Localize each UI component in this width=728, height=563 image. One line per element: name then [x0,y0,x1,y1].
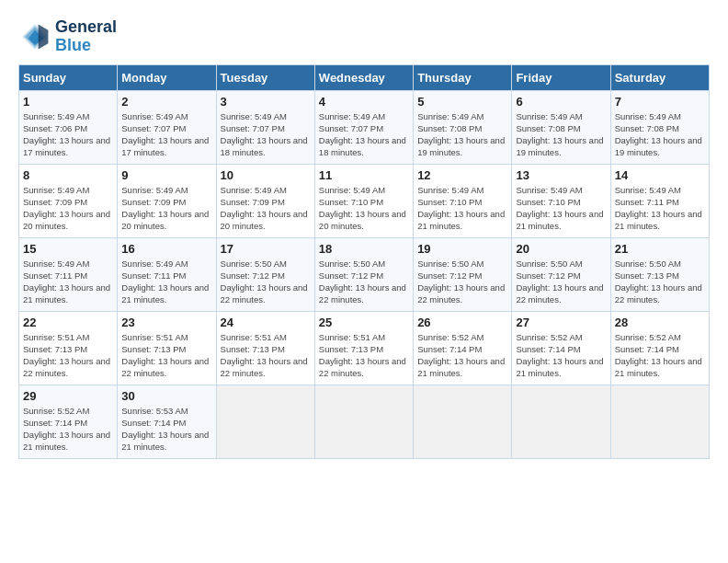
table-cell: 7 Sunrise: 5:49 AM Sunset: 7:08 PM Dayli… [610,90,709,164]
day-number: 7 [615,95,705,109]
day-number: 21 [615,242,705,256]
table-cell: 8 Sunrise: 5:49 AM Sunset: 7:09 PM Dayli… [19,164,118,237]
table-cell [314,385,413,458]
day-number: 26 [417,316,507,329]
table-cell: 12 Sunrise: 5:49 AM Sunset: 7:10 PM Dayl… [414,164,512,237]
calendar-row: 1 Sunrise: 5:49 AM Sunset: 7:06 PM Dayli… [19,90,710,164]
table-cell: 11 Sunrise: 5:49 AM Sunset: 7:10 PM Dayl… [314,164,413,237]
day-info: Sunrise: 5:49 AM Sunset: 7:08 PM Dayligh… [516,110,606,159]
table-cell: 4 Sunrise: 5:49 AM Sunset: 7:07 PM Dayli… [314,90,413,164]
table-cell: 10 Sunrise: 5:49 AM Sunset: 7:09 PM Dayl… [216,164,314,237]
table-cell: 15 Sunrise: 5:49 AM Sunset: 7:11 PM Dayl… [19,237,118,311]
table-cell: 5 Sunrise: 5:49 AM Sunset: 7:08 PM Dayli… [414,90,512,164]
day-number: 22 [23,316,113,329]
day-number: 3 [221,95,311,109]
table-cell: 24 Sunrise: 5:51 AM Sunset: 7:13 PM Dayl… [216,311,314,385]
day-number: 18 [319,242,409,256]
table-cell: 22 Sunrise: 5:51 AM Sunset: 7:13 PM Dayl… [19,311,118,385]
header-tuesday: Tuesday [216,64,314,90]
day-info: Sunrise: 5:50 AM Sunset: 7:12 PM Dayligh… [319,258,409,306]
table-cell: 20 Sunrise: 5:50 AM Sunset: 7:12 PM Dayl… [512,237,610,311]
day-number: 29 [23,389,113,403]
day-info: Sunrise: 5:49 AM Sunset: 7:08 PM Dayligh… [615,110,705,159]
calendar-row: 8 Sunrise: 5:49 AM Sunset: 7:09 PM Dayli… [19,164,710,237]
day-number: 13 [516,168,606,182]
day-info: Sunrise: 5:49 AM Sunset: 7:09 PM Dayligh… [121,184,211,233]
day-info: Sunrise: 5:49 AM Sunset: 7:07 PM Dayligh… [319,110,409,159]
day-info: Sunrise: 5:52 AM Sunset: 7:14 PM Dayligh… [417,331,507,380]
day-number: 15 [23,242,113,256]
day-info: Sunrise: 5:53 AM Sunset: 7:14 PM Dayligh… [121,405,211,454]
table-cell: 2 Sunrise: 5:49 AM Sunset: 7:07 PM Dayli… [118,90,216,164]
table-cell: 6 Sunrise: 5:49 AM Sunset: 7:08 PM Dayli… [512,90,610,164]
table-cell [512,385,610,458]
day-info: Sunrise: 5:51 AM Sunset: 7:13 PM Dayligh… [319,331,409,380]
table-cell: 14 Sunrise: 5:49 AM Sunset: 7:11 PM Dayl… [610,164,709,237]
table-cell: 27 Sunrise: 5:52 AM Sunset: 7:14 PM Dayl… [512,311,610,385]
table-cell: 28 Sunrise: 5:52 AM Sunset: 7:14 PM Dayl… [610,311,709,385]
day-number: 28 [615,316,705,329]
day-info: Sunrise: 5:51 AM Sunset: 7:13 PM Dayligh… [221,331,311,380]
calendar-row: 15 Sunrise: 5:49 AM Sunset: 7:11 PM Dayl… [19,237,710,311]
day-info: Sunrise: 5:49 AM Sunset: 7:08 PM Dayligh… [417,110,507,159]
day-number: 17 [221,242,311,256]
header-sunday: Sunday [19,64,118,90]
day-number: 30 [121,389,211,403]
day-number: 12 [417,168,507,182]
table-cell [610,385,709,458]
table-cell: 9 Sunrise: 5:49 AM Sunset: 7:09 PM Dayli… [118,164,216,237]
day-info: Sunrise: 5:49 AM Sunset: 7:09 PM Dayligh… [221,184,311,233]
day-info: Sunrise: 5:49 AM Sunset: 7:06 PM Dayligh… [23,110,113,159]
day-info: Sunrise: 5:49 AM Sunset: 7:11 PM Dayligh… [615,184,705,233]
logo-text: General Blue [55,18,117,55]
day-number: 6 [516,95,606,109]
day-number: 14 [615,168,705,182]
day-info: Sunrise: 5:52 AM Sunset: 7:14 PM Dayligh… [516,331,606,380]
day-info: Sunrise: 5:50 AM Sunset: 7:12 PM Dayligh… [417,258,507,306]
calendar-table: Sunday Monday Tuesday Wednesday Thursday… [18,64,710,459]
day-info: Sunrise: 5:49 AM Sunset: 7:10 PM Dayligh… [319,184,409,233]
header-friday: Friday [512,64,610,90]
day-info: Sunrise: 5:49 AM Sunset: 7:07 PM Dayligh… [121,110,211,159]
day-info: Sunrise: 5:49 AM Sunset: 7:10 PM Dayligh… [516,184,606,233]
day-info: Sunrise: 5:51 AM Sunset: 7:13 PM Dayligh… [121,331,211,380]
day-info: Sunrise: 5:49 AM Sunset: 7:07 PM Dayligh… [221,110,311,159]
day-number: 19 [417,242,507,256]
table-cell: 21 Sunrise: 5:50 AM Sunset: 7:13 PM Dayl… [610,237,709,311]
day-info: Sunrise: 5:49 AM Sunset: 7:09 PM Dayligh… [23,184,113,233]
day-number: 27 [516,316,606,329]
day-info: Sunrise: 5:52 AM Sunset: 7:14 PM Dayligh… [23,405,113,454]
day-info: Sunrise: 5:52 AM Sunset: 7:14 PM Dayligh… [615,331,705,380]
table-cell: 23 Sunrise: 5:51 AM Sunset: 7:13 PM Dayl… [118,311,216,385]
day-info: Sunrise: 5:51 AM Sunset: 7:13 PM Dayligh… [23,331,113,380]
day-info: Sunrise: 5:49 AM Sunset: 7:11 PM Dayligh… [121,258,211,306]
day-number: 8 [23,168,113,182]
page-header: General Blue [18,18,710,55]
day-number: 25 [319,316,409,329]
logo-icon [18,20,51,53]
table-cell: 17 Sunrise: 5:50 AM Sunset: 7:12 PM Dayl… [216,237,314,311]
header-saturday: Saturday [610,64,709,90]
day-number: 4 [319,95,409,109]
day-number: 23 [121,316,211,329]
table-cell [414,385,512,458]
table-cell: 19 Sunrise: 5:50 AM Sunset: 7:12 PM Dayl… [414,237,512,311]
table-cell: 13 Sunrise: 5:49 AM Sunset: 7:10 PM Dayl… [512,164,610,237]
day-number: 2 [121,95,211,109]
day-info: Sunrise: 5:49 AM Sunset: 7:10 PM Dayligh… [417,184,507,233]
table-cell: 26 Sunrise: 5:52 AM Sunset: 7:14 PM Dayl… [414,311,512,385]
day-number: 10 [221,168,311,182]
day-number: 11 [319,168,409,182]
calendar-row: 29 Sunrise: 5:52 AM Sunset: 7:14 PM Dayl… [19,385,710,458]
table-cell: 29 Sunrise: 5:52 AM Sunset: 7:14 PM Dayl… [19,385,118,458]
table-cell: 3 Sunrise: 5:49 AM Sunset: 7:07 PM Dayli… [216,90,314,164]
day-number: 5 [417,95,507,109]
day-number: 1 [23,95,113,109]
header-wednesday: Wednesday [314,64,413,90]
table-cell [216,385,314,458]
table-cell: 16 Sunrise: 5:49 AM Sunset: 7:11 PM Dayl… [118,237,216,311]
day-number: 16 [121,242,211,256]
table-cell: 25 Sunrise: 5:51 AM Sunset: 7:13 PM Dayl… [314,311,413,385]
day-number: 24 [221,316,311,329]
table-cell: 30 Sunrise: 5:53 AM Sunset: 7:14 PM Dayl… [118,385,216,458]
